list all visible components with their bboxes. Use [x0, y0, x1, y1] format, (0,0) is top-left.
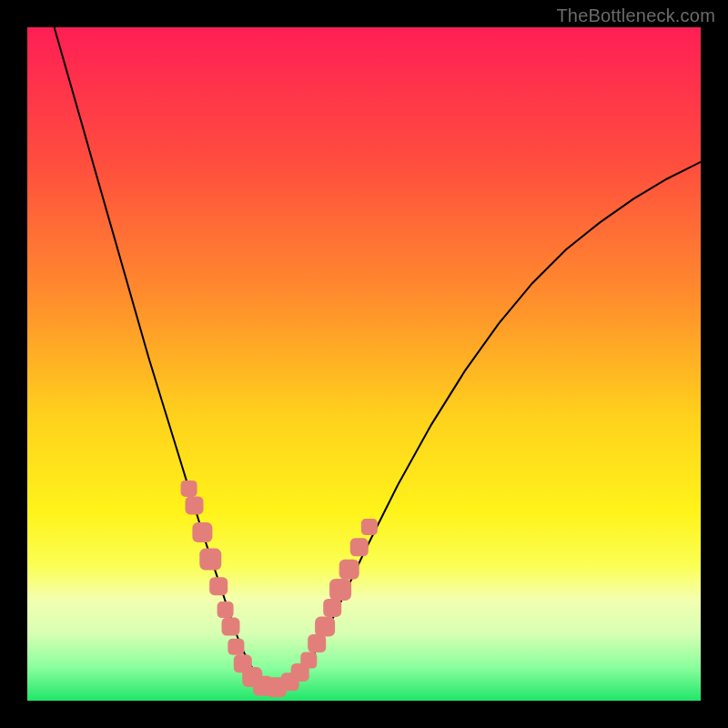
data-marker [209, 577, 228, 595]
bottleneck-chart [27, 27, 701, 701]
data-marker [186, 496, 204, 514]
data-marker [361, 519, 378, 535]
data-marker [181, 480, 197, 497]
data-marker [199, 549, 221, 571]
data-marker [339, 560, 359, 580]
data-marker [329, 579, 351, 601]
chart-background [27, 27, 701, 701]
chart-frame: TheBottleneck.com [0, 0, 728, 728]
data-marker [222, 618, 240, 636]
data-marker [323, 599, 341, 617]
data-marker [300, 652, 317, 669]
watermark-text: TheBottleneck.com [556, 5, 715, 26]
data-marker [217, 602, 234, 618]
data-marker [228, 639, 244, 655]
data-marker [308, 634, 326, 652]
data-marker [192, 522, 212, 542]
data-marker [315, 617, 335, 637]
data-marker [350, 538, 369, 556]
